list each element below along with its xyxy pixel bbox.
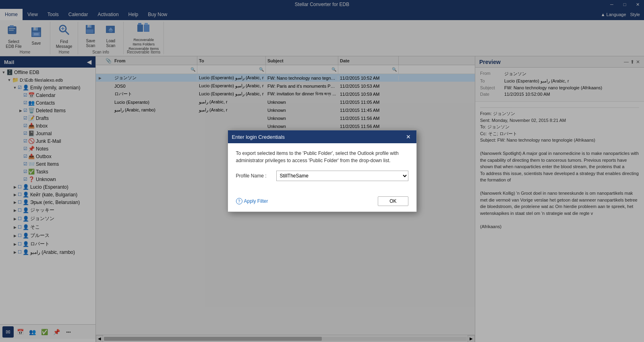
modal-body: To export selected items to the 'Public … <box>228 143 416 192</box>
apply-filter-label: Apply Filter <box>244 198 268 204</box>
modal-titlebar: Enter login Credentials ✕ <box>228 130 416 143</box>
profile-name-row: Profile Name : StillTheSame Default Outl… <box>236 171 408 181</box>
help-circle-icon: ? <box>236 198 242 204</box>
modal-close-button[interactable]: ✕ <box>404 133 412 141</box>
apply-filter-link[interactable]: ? Apply Filter <box>236 198 268 204</box>
modal-overlay: Enter login Credentials ✕ To export sele… <box>0 0 644 342</box>
profile-name-label: Profile Name : <box>236 173 276 179</box>
modal-description: To export selected items to the 'Public … <box>236 150 408 164</box>
profile-name-select[interactable]: StillTheSame Default Outlook <box>276 171 408 181</box>
modal-footer: ? Apply Filter OK <box>228 192 416 212</box>
login-credentials-modal: Enter login Credentials ✕ To export sele… <box>228 130 417 212</box>
modal-title: Enter login Credentials <box>232 134 285 140</box>
modal-ok-button[interactable]: OK <box>378 196 408 206</box>
